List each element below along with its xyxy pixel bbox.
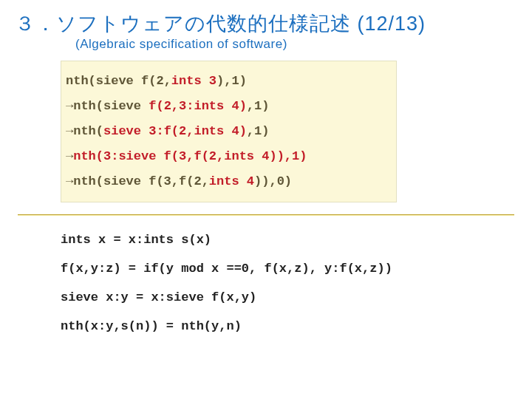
arrow-icon: → [66, 149, 73, 163]
arrow-icon: → [66, 174, 73, 188]
arrow-icon: → [66, 124, 73, 138]
deriv-prefix: nth [66, 74, 89, 88]
title-text: ３．ソフトウェアの代数的仕様記述 [15, 13, 351, 35]
definition-line: sieve x:y = x:sieve f(x,y) [61, 285, 532, 314]
slide-counter: (12/13) [358, 13, 426, 35]
deriv-prefix: nth( [73, 124, 103, 138]
deriv-rest: ,1) [247, 99, 270, 113]
deriv-hilite: f(2,3:ints 4) [149, 99, 247, 113]
deriv-hilite: sieve 3:f(2,ints 4) [103, 124, 247, 138]
definition-line: nth(x:y,s(n)) = nth(y,n) [61, 314, 532, 343]
deriv-paren: (sieve [96, 99, 149, 113]
definitions-block: ints x = x:ints s(x) f(x,y:z) = if(y mod… [61, 228, 532, 343]
deriv-hilite: ints 4 [209, 174, 254, 188]
deriv-rest: ),1) [216, 74, 247, 88]
deriv-hilite: ints 3 [171, 74, 216, 88]
deriv-hilite: nth(3:sieve f(3,f(2,ints 4)),1) [73, 149, 307, 163]
deriv-paren: (sieve f(2, [89, 74, 171, 88]
deriv-rest: )),0) [254, 174, 292, 188]
section-divider [18, 214, 514, 216]
arrow-icon: → [66, 99, 73, 113]
derivation-line: →nth(sieve f(2,3:ints 4),1) [66, 94, 392, 119]
derivation-line: nth(sieve f(2,ints 3),1) [66, 69, 392, 94]
derivation-box: nth(sieve f(2,ints 3),1) →nth(sieve f(2,… [61, 61, 397, 202]
deriv-prefix: nth(sieve f(3,f(2, [73, 174, 209, 188]
deriv-prefix: nth [73, 99, 96, 113]
derivation-line: →nth(sieve 3:f(2,ints 4),1) [66, 119, 392, 144]
deriv-rest: ,1) [247, 124, 270, 138]
definition-line: ints x = x:ints s(x) [61, 228, 532, 256]
derivation-line: →nth(sieve f(3,f(2,ints 4)),0) [66, 169, 392, 194]
derivation-line: →nth(3:sieve f(3,f(2,ints 4)),1) [66, 144, 392, 169]
definition-line: f(x,y:z) = if(y mod x ==0, f(x,z), y:f(x… [61, 256, 532, 285]
slide-title: ３．ソフトウェアの代数的仕様記述 (12/13) [0, 0, 532, 38]
slide-subtitle: (Algebraic specification of software) [0, 37, 532, 55]
